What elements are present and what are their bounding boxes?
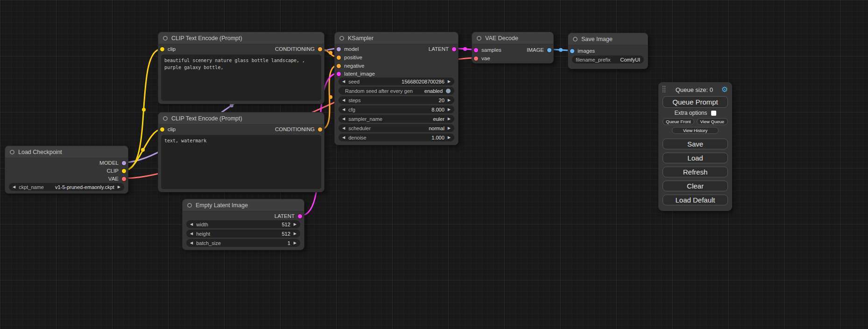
seed-widget[interactable]: ◀ seed 156680208700286 ▶ [339, 77, 454, 85]
node-header[interactable]: CLIP Text Encode (Prompt) [158, 32, 324, 44]
slot-label: CLIP [106, 168, 119, 174]
vae-output-dot[interactable] [122, 177, 126, 181]
decrement-arrow-icon[interactable]: ◀ [190, 223, 193, 226]
view-history-button[interactable]: View History [672, 127, 719, 134]
node-header[interactable]: Empty Latent Image [183, 199, 304, 211]
slot-label: MODEL [99, 160, 119, 166]
widget-label: batch_size [196, 240, 221, 246]
scheduler-widget[interactable]: ◀ scheduler normal ▶ [339, 124, 454, 132]
increment-arrow-icon[interactable]: ▶ [448, 80, 451, 84]
collapse-dot[interactable] [477, 36, 481, 41]
height-widget[interactable]: ◀ height 512 ▶ [186, 230, 300, 238]
ckpt-name-widget[interactable]: ◀ ckpt_name v1-5-pruned-emaonly.ckpt ▶ [9, 183, 124, 191]
extra-options-checkbox[interactable] [711, 111, 716, 116]
node-clip-text-encode-negative[interactable]: CLIP Text Encode (Prompt) clip CONDITION… [158, 112, 325, 192]
batch-size-widget[interactable]: ◀ batch_size 1 ▶ [186, 239, 300, 247]
increment-arrow-icon[interactable]: ▶ [294, 232, 296, 236]
latent-image-input-dot[interactable] [337, 72, 341, 76]
steps-widget[interactable]: ◀ steps 20 ▶ [339, 96, 454, 104]
increment-arrow-icon[interactable]: ▶ [118, 185, 120, 189]
collapse-dot[interactable] [10, 150, 14, 154]
node-clip-text-encode-positive[interactable]: CLIP Text Encode (Prompt) clip CONDITION… [158, 32, 325, 104]
decrement-arrow-icon[interactable]: ◀ [342, 136, 345, 140]
widget-label: ckpt_name [19, 184, 44, 190]
collapse-dot[interactable] [573, 37, 578, 42]
output-slot-image: IMAGE [527, 46, 551, 54]
images-input-dot[interactable] [570, 49, 574, 53]
queue-front-button[interactable]: Queue Front [663, 118, 694, 125]
output-slot-latent: LATENT [429, 45, 456, 53]
queue-prompt-button[interactable]: Queue Prompt [663, 96, 728, 108]
node-vae-decode[interactable]: VAE Decode samples vae IMAGE [472, 32, 554, 63]
collapse-dot[interactable] [163, 116, 168, 121]
node-header[interactable]: VAE Decode [472, 32, 553, 44]
queue-menu: Queue size: 0 ⚙ Queue Prompt Extra optio… [658, 82, 732, 211]
increment-arrow-icon[interactable]: ▶ [448, 126, 451, 130]
slot-label: negative [344, 63, 364, 69]
cfg-widget[interactable]: ◀ cfg 8.000 ▶ [339, 105, 454, 113]
decrement-arrow-icon[interactable]: ◀ [342, 117, 345, 121]
clip-input-dot[interactable] [160, 47, 164, 51]
samples-input-dot[interactable] [474, 48, 478, 52]
model-output-dot[interactable] [122, 161, 126, 165]
toggle-knob-icon[interactable] [446, 89, 451, 93]
image-output-dot[interactable] [547, 48, 551, 52]
slot-label: clip [168, 46, 176, 52]
collapse-dot[interactable] [339, 36, 344, 41]
random-seed-toggle-widget[interactable]: Random seed after every gen enabled [339, 87, 454, 95]
vae-input-dot[interactable] [474, 56, 478, 61]
node-load-checkpoint[interactable]: Load Checkpoint MODEL CLIP VAE ◀ ckpt_na… [5, 146, 128, 194]
positive-input-dot[interactable] [337, 56, 341, 60]
refresh-button[interactable]: Refresh [663, 167, 728, 177]
decrement-arrow-icon[interactable]: ◀ [342, 108, 345, 112]
increment-arrow-icon[interactable]: ▶ [448, 117, 451, 121]
node-header[interactable]: Load Checkpoint [5, 146, 128, 158]
increment-arrow-icon[interactable]: ▶ [448, 98, 451, 102]
view-queue-button[interactable]: View Queue [697, 118, 728, 125]
node-header[interactable]: CLIP Text Encode (Prompt) [158, 112, 324, 125]
save-button[interactable]: Save [663, 139, 728, 149]
denoise-widget[interactable]: ◀ denoise 1.000 ▶ [339, 133, 454, 141]
increment-arrow-icon[interactable]: ▶ [448, 136, 451, 140]
model-input-dot[interactable] [337, 47, 341, 51]
negative-input-dot[interactable] [337, 64, 341, 68]
node-header[interactable]: Save Image [568, 33, 648, 45]
node-empty-latent-image[interactable]: Empty Latent Image LATENT ◀ width 512 ▶ … [182, 199, 304, 250]
latent-output-dot[interactable] [298, 214, 302, 218]
increment-arrow-icon[interactable]: ▶ [448, 108, 451, 112]
sampler-name-widget[interactable]: ◀ sampler_name euler ▶ [339, 115, 454, 123]
load-default-button[interactable]: Load Default [663, 195, 728, 205]
node-save-image[interactable]: Save Image images filename_prefix ComfyU… [568, 33, 648, 69]
width-widget[interactable]: ◀ width 512 ▶ [186, 220, 300, 228]
node-header[interactable]: KSampler [335, 32, 458, 44]
conditioning-output-dot[interactable] [318, 127, 322, 132]
decrement-arrow-icon[interactable]: ◀ [342, 126, 345, 130]
decrement-arrow-icon[interactable]: ◀ [190, 241, 193, 245]
settings-gear-icon[interactable]: ⚙ [721, 86, 728, 93]
negative-prompt-textarea[interactable]: text, watermark [161, 135, 321, 189]
positive-prompt-textarea[interactable]: beautiful scenery nature glass bottle la… [161, 55, 321, 101]
widget-value: 8.000 [431, 107, 445, 112]
decrement-arrow-icon[interactable]: ◀ [190, 232, 193, 236]
drag-handle-icon[interactable] [663, 86, 666, 93]
increment-arrow-icon[interactable]: ▶ [294, 241, 296, 245]
clip-output-dot[interactable] [122, 169, 126, 173]
node-graph-canvas[interactable]: Load Checkpoint MODEL CLIP VAE ◀ ckpt_na… [0, 0, 868, 329]
decrement-arrow-icon[interactable]: ◀ [342, 80, 345, 84]
decrement-arrow-icon[interactable]: ◀ [342, 98, 345, 102]
load-button[interactable]: Load [663, 153, 728, 163]
slot-label: CONDITIONING [275, 46, 315, 52]
widget-value: ComfyUI [620, 57, 640, 63]
increment-arrow-icon[interactable]: ▶ [294, 223, 296, 226]
conditioning-output-dot[interactable] [318, 47, 322, 51]
node-ksampler[interactable]: KSampler model positive negative latent_… [334, 32, 459, 145]
clip-input-dot[interactable] [160, 127, 164, 132]
collapse-dot[interactable] [187, 203, 192, 208]
latent-output-dot[interactable] [452, 47, 456, 51]
collapse-dot[interactable] [163, 36, 168, 41]
decrement-arrow-icon[interactable]: ◀ [13, 185, 15, 189]
widget-value: 512 [282, 231, 290, 237]
filename-prefix-widget[interactable]: filename_prefix ComfyUI [572, 56, 644, 63]
clear-button[interactable]: Clear [663, 181, 728, 191]
input-slot-positive: positive [337, 54, 362, 61]
